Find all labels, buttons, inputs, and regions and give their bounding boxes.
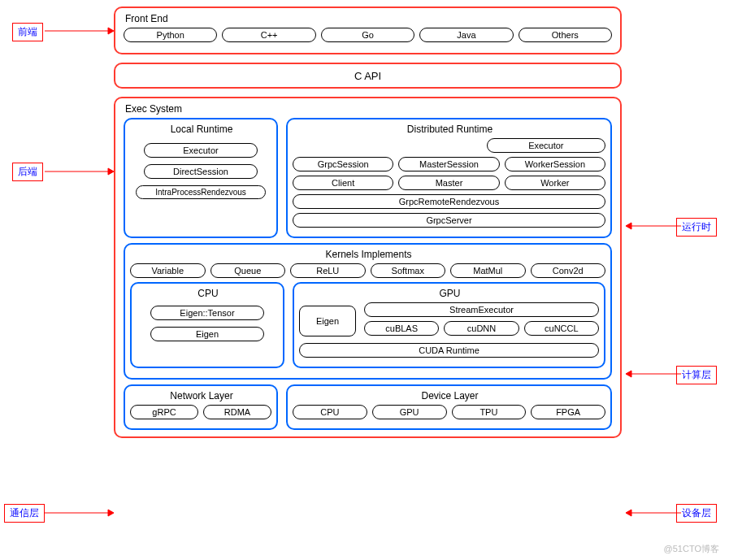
- svg-marker-11: [626, 510, 631, 516]
- svg-marker-5: [626, 223, 631, 229]
- gpu-box: GPU Eigen StreamExecutor cuBLAS cuDNN cu…: [293, 282, 605, 368]
- pill-grpcserver: GrpcServer: [293, 213, 605, 228]
- network-box: Network Layer gRPC RDMA: [124, 384, 278, 430]
- dev-title: Device Layer: [293, 390, 605, 402]
- pill-conv2d: Conv2d: [531, 263, 606, 278]
- local-runtime-box: Local Runtime Executor DirectSession Int…: [124, 118, 278, 238]
- pill-rdma: RDMA: [203, 405, 271, 419]
- pill-master: Master: [398, 176, 499, 190]
- gpu-title: GPU: [299, 288, 599, 299]
- kernels-box: Kernels Implements Variable Queue ReLU S…: [124, 243, 612, 380]
- pill-queue: Queue: [210, 263, 286, 278]
- capi-box: C API: [114, 63, 622, 89]
- exec-system-box: Exec System Local Runtime Executor Direc…: [114, 97, 622, 438]
- arrow-frontend: [45, 24, 114, 41]
- tag-comm: 通信层: [4, 504, 45, 523]
- pill-dev-fpga: FPGA: [531, 405, 605, 419]
- pill-dev-gpu: GPU: [372, 405, 447, 419]
- pill-gpu-eigen: Eigen: [299, 306, 356, 336]
- pill-cpu-eigen: Eigen: [150, 327, 264, 341]
- kernels-title: Kernels Implements: [130, 249, 605, 260]
- pill-variable: Variable: [130, 263, 206, 278]
- cpu-box: CPU Eigen::Tensor Eigen: [130, 282, 284, 368]
- pill-intraprocess: IntraProcessRendezvous: [136, 185, 266, 199]
- arrow-backend: [45, 165, 114, 181]
- svg-marker-7: [626, 371, 631, 377]
- pill-cudnn: cuDNN: [444, 321, 519, 336]
- cpu-title: CPU: [137, 288, 278, 299]
- frontend-title: Front End: [124, 13, 612, 24]
- tag-frontend: 前端: [12, 23, 43, 41]
- pill-worker: Worker: [505, 176, 605, 190]
- pill-dev-cpu: CPU: [293, 405, 367, 419]
- pill-cpp: C++: [222, 28, 315, 42]
- local-title: Local Runtime: [130, 124, 271, 135]
- dist-runtime-box: Distributed Runtime Executor GrpcSession…: [286, 118, 612, 238]
- pill-relu: ReLU: [290, 263, 366, 278]
- pill-local-executor: Executor: [144, 143, 258, 158]
- svg-marker-3: [108, 168, 114, 175]
- svg-marker-9: [108, 510, 114, 516]
- pill-workersession: WorkerSession: [505, 157, 605, 171]
- pill-directsession: DirectSession: [144, 164, 258, 179]
- pill-dev-tpu: TPU: [452, 405, 527, 419]
- pill-cublas: cuBLAS: [364, 321, 439, 336]
- pill-softmax: Softmax: [371, 263, 446, 278]
- pill-dist-executor: Executor: [487, 138, 605, 153]
- device-box: Device Layer CPU GPU TPU FPGA: [286, 384, 612, 430]
- dist-title: Distributed Runtime: [293, 124, 605, 135]
- arrow-device: [626, 506, 687, 523]
- pill-streamexecutor: StreamExecutor: [364, 302, 599, 317]
- pill-mastersession: MasterSession: [398, 157, 499, 171]
- pill-client: Client: [293, 176, 393, 190]
- svg-marker-1: [108, 28, 114, 34]
- arrow-comm: [45, 506, 114, 523]
- net-title: Network Layer: [130, 390, 271, 402]
- arrow-runtime: [626, 219, 687, 236]
- exec-title: Exec System: [124, 103, 612, 115]
- tag-backend: 后端: [12, 163, 43, 181]
- frontend-box: Front End Python C++ Go Java Others: [114, 7, 622, 54]
- pill-grpcremote: GrpcRemoteRendezvous: [293, 194, 605, 209]
- pill-grpc: gRPC: [130, 405, 198, 419]
- pill-cuda: CUDA Runtime: [299, 343, 599, 358]
- watermark: @51CTO博客: [664, 543, 719, 555]
- capi-label: C API: [354, 70, 381, 82]
- pill-eigentensor: Eigen::Tensor: [150, 306, 264, 320]
- pill-cunccl: cuNCCL: [524, 321, 599, 336]
- arrow-compute: [626, 367, 687, 384]
- pill-java: Java: [419, 28, 513, 42]
- pill-others: Others: [519, 28, 612, 42]
- pill-python: Python: [124, 28, 217, 42]
- pill-grpcsession: GrpcSession: [293, 157, 393, 171]
- pill-matmul: MatMul: [450, 263, 526, 278]
- pill-go: Go: [321, 28, 414, 42]
